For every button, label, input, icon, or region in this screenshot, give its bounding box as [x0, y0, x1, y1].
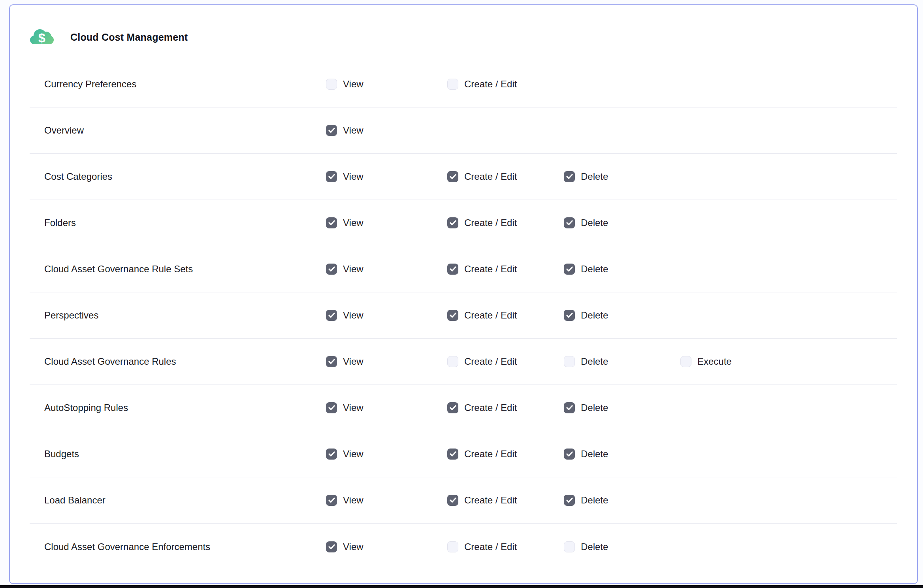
view-checkbox[interactable] — [326, 310, 337, 321]
permission-delete[interactable]: Delete — [564, 541, 680, 552]
check-icon — [328, 544, 335, 550]
permissions-list: Currency Preferences ViewCreate / Edit O… — [30, 61, 897, 570]
bottom-edge-bar — [0, 585, 923, 588]
delete-checkbox[interactable] — [564, 402, 575, 413]
permission-delete[interactable]: Delete — [564, 356, 680, 367]
delete-checkbox[interactable] — [564, 310, 575, 321]
delete-checkbox-label: Delete — [581, 171, 608, 182]
delete-checkbox[interactable] — [564, 171, 575, 182]
view-checkbox[interactable] — [326, 125, 337, 136]
permission-row: Overview View — [30, 107, 897, 154]
create-edit-checkbox[interactable] — [447, 356, 458, 367]
permission-view[interactable]: View — [326, 449, 447, 460]
create-edit-checkbox-label: Create / Edit — [464, 402, 517, 413]
permission-delete[interactable]: Delete — [564, 264, 680, 275]
permission-view[interactable]: View — [326, 264, 447, 275]
create-edit-checkbox-label: Create / Edit — [464, 495, 517, 506]
view-checkbox[interactable] — [326, 356, 337, 367]
resource-label: Perspectives — [30, 310, 326, 321]
permission-create-edit[interactable]: Create / Edit — [447, 402, 564, 413]
permission-delete[interactable]: Delete — [564, 171, 680, 182]
delete-checkbox[interactable] — [564, 356, 575, 367]
check-icon — [566, 266, 573, 272]
permission-delete[interactable]: Delete — [564, 495, 680, 506]
permission-view[interactable]: View — [326, 217, 447, 228]
permission-view[interactable]: View — [326, 171, 447, 182]
create-edit-checkbox-label: Create / Edit — [464, 79, 517, 90]
permission-view[interactable]: View — [326, 541, 447, 552]
permission-create-edit[interactable]: Create / Edit — [447, 541, 564, 552]
view-checkbox-label: View — [343, 402, 364, 413]
delete-checkbox[interactable] — [564, 541, 575, 552]
view-checkbox[interactable] — [326, 449, 337, 460]
permission-create-edit[interactable]: Create / Edit — [447, 495, 564, 506]
permission-delete[interactable]: Delete — [564, 449, 680, 460]
check-icon — [566, 451, 573, 457]
permission-view[interactable]: View — [326, 125, 447, 136]
view-checkbox-label: View — [343, 217, 364, 228]
create-edit-checkbox[interactable] — [447, 495, 458, 506]
delete-checkbox[interactable] — [564, 264, 575, 275]
permission-create-edit[interactable]: Create / Edit — [447, 310, 564, 321]
check-icon — [450, 313, 456, 318]
view-checkbox-label: View — [343, 310, 364, 321]
permission-row: Cloud Asset Governance Enforcements View… — [30, 524, 897, 570]
create-edit-checkbox[interactable] — [447, 79, 458, 90]
check-icon — [328, 359, 335, 364]
permission-create-edit[interactable]: Create / Edit — [447, 217, 564, 228]
permission-create-edit[interactable]: Create / Edit — [447, 79, 564, 90]
check-icon — [328, 128, 335, 133]
resource-label: Overview — [30, 125, 326, 136]
view-checkbox-label: View — [343, 356, 364, 367]
permission-create-edit[interactable]: Create / Edit — [447, 449, 564, 460]
permission-view[interactable]: View — [326, 79, 447, 90]
resource-label: Currency Preferences — [30, 79, 326, 90]
permission-delete[interactable]: Delete — [564, 217, 680, 228]
check-icon — [566, 220, 573, 226]
check-icon — [328, 266, 335, 272]
create-edit-checkbox-label: Create / Edit — [464, 356, 517, 367]
permission-row: Budgets ViewCreate / EditDelete — [30, 431, 897, 477]
permission-view[interactable]: View — [326, 310, 447, 321]
create-edit-checkbox[interactable] — [447, 217, 458, 228]
permission-create-edit[interactable]: Create / Edit — [447, 264, 564, 275]
check-icon — [450, 266, 456, 272]
resource-label: Load Balancer — [30, 495, 326, 506]
view-checkbox[interactable] — [326, 171, 337, 182]
permission-delete[interactable]: Delete — [564, 310, 680, 321]
permission-view[interactable]: View — [326, 495, 447, 506]
view-checkbox[interactable] — [326, 402, 337, 413]
create-edit-checkbox[interactable] — [447, 264, 458, 275]
create-edit-checkbox[interactable] — [447, 449, 458, 460]
create-edit-checkbox-label: Create / Edit — [464, 264, 517, 275]
create-edit-checkbox[interactable] — [447, 541, 458, 552]
view-checkbox-label: View — [343, 449, 364, 460]
view-checkbox[interactable] — [326, 217, 337, 228]
cloud-dollar-icon: $ — [29, 27, 55, 47]
delete-checkbox[interactable] — [564, 217, 575, 228]
create-edit-checkbox[interactable] — [447, 171, 458, 182]
permission-create-edit[interactable]: Create / Edit — [447, 356, 564, 367]
view-checkbox[interactable] — [326, 264, 337, 275]
check-icon — [450, 498, 456, 503]
view-checkbox[interactable] — [326, 79, 337, 90]
create-edit-checkbox-label: Create / Edit — [464, 541, 517, 552]
delete-checkbox[interactable] — [564, 449, 575, 460]
permission-delete[interactable]: Delete — [564, 402, 680, 413]
permission-view[interactable]: View — [326, 402, 447, 413]
check-icon — [328, 220, 335, 226]
create-edit-checkbox-label: Create / Edit — [464, 449, 517, 460]
resource-label: Folders — [30, 217, 326, 228]
view-checkbox[interactable] — [326, 495, 337, 506]
permission-execute[interactable]: Execute — [680, 356, 897, 367]
permission-create-edit[interactable]: Create / Edit — [447, 171, 564, 182]
permission-view[interactable]: View — [326, 356, 447, 367]
check-icon — [566, 405, 573, 411]
view-checkbox[interactable] — [326, 541, 337, 552]
delete-checkbox[interactable] — [564, 495, 575, 506]
delete-checkbox-label: Delete — [581, 541, 608, 552]
create-edit-checkbox[interactable] — [447, 402, 458, 413]
view-checkbox-label: View — [343, 495, 364, 506]
execute-checkbox[interactable] — [680, 356, 691, 367]
create-edit-checkbox[interactable] — [447, 310, 458, 321]
